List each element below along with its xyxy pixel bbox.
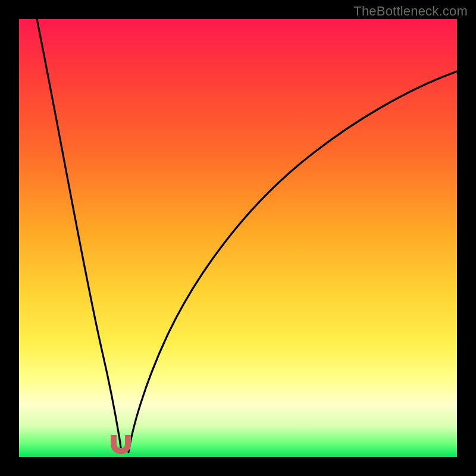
left-curve — [37, 19, 121, 452]
curve-layer — [19, 19, 457, 457]
right-curve — [129, 71, 457, 452]
valley-marker — [111, 435, 131, 454]
plot-area — [19, 19, 457, 457]
watermark-text: TheBottleneck.com — [353, 4, 468, 19]
